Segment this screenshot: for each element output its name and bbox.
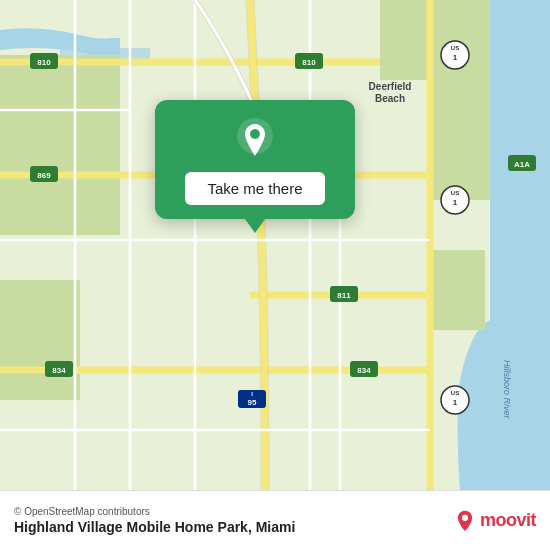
location-title: Highland Village Mobile Home Park, Miami bbox=[14, 519, 295, 535]
svg-text:A1A: A1A bbox=[514, 160, 530, 169]
svg-text:834: 834 bbox=[357, 366, 371, 375]
svg-text:US: US bbox=[451, 390, 459, 396]
map-container: 810 810 869 869 811 834 834 I 95 US 1 US… bbox=[0, 0, 550, 490]
svg-text:Beach: Beach bbox=[375, 93, 405, 104]
svg-text:811: 811 bbox=[337, 291, 351, 300]
location-pin-icon bbox=[233, 118, 277, 162]
attribution-text: © OpenStreetMap contributors bbox=[14, 506, 295, 517]
svg-point-57 bbox=[251, 130, 259, 138]
svg-text:US: US bbox=[451, 190, 459, 196]
svg-text:1: 1 bbox=[453, 198, 458, 207]
svg-text:US: US bbox=[451, 45, 459, 51]
svg-text:1: 1 bbox=[453, 53, 458, 62]
svg-rect-2 bbox=[0, 55, 120, 235]
svg-text:834: 834 bbox=[52, 366, 66, 375]
svg-text:95: 95 bbox=[248, 398, 257, 407]
svg-text:869: 869 bbox=[37, 171, 51, 180]
moovit-logo: moovit bbox=[454, 510, 536, 532]
svg-rect-4 bbox=[430, 80, 490, 200]
take-me-there-button[interactable]: Take me there bbox=[185, 172, 324, 205]
svg-text:Deerfield: Deerfield bbox=[369, 81, 412, 92]
bottom-bar: © OpenStreetMap contributors Highland Vi… bbox=[0, 490, 550, 550]
popup-card: Take me there bbox=[155, 100, 355, 219]
svg-text:Hillsboro River: Hillsboro River bbox=[502, 360, 512, 420]
svg-rect-1 bbox=[490, 0, 550, 490]
moovit-pin-icon bbox=[454, 510, 476, 532]
svg-text:810: 810 bbox=[37, 58, 51, 67]
moovit-brand-text: moovit bbox=[480, 510, 536, 531]
svg-point-58 bbox=[462, 514, 468, 520]
bottom-left-info: © OpenStreetMap contributors Highland Vi… bbox=[14, 506, 295, 535]
svg-text:810: 810 bbox=[302, 58, 316, 67]
svg-rect-5 bbox=[430, 250, 485, 330]
svg-text:1: 1 bbox=[453, 398, 458, 407]
svg-rect-3 bbox=[0, 280, 80, 400]
svg-rect-6 bbox=[380, 0, 490, 80]
